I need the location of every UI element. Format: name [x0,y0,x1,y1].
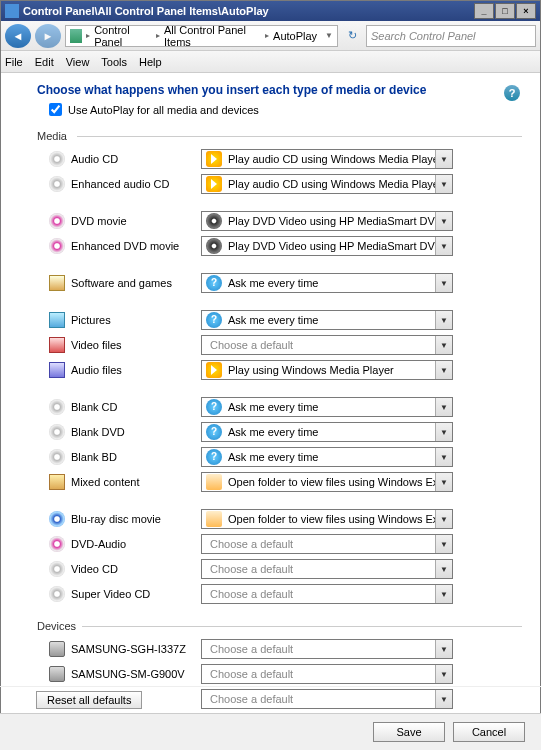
dropdown-value: Choose a default [208,588,435,600]
back-button[interactable]: ◄ [5,24,31,48]
setting-row: Mixed contentOpen folder to view files u… [37,471,522,493]
minimize-button[interactable]: _ [474,3,494,19]
action-dropdown[interactable]: ?Ask me every time▼ [201,310,453,330]
action-dropdown[interactable]: Play using Windows Media Player▼ [201,360,453,380]
dropdown-value-icon [206,238,222,254]
control-panel-icon [70,29,82,43]
app-icon [5,4,19,18]
chevron-down-icon[interactable]: ▼ [325,31,333,40]
media-type-icon [49,275,65,291]
dropdown-value: Ask me every time [226,426,435,438]
dropdown-value: Choose a default [208,668,435,680]
menu-help[interactable]: Help [139,56,162,68]
setting-row: Software and games?Ask me every time▼ [37,272,522,294]
action-dropdown[interactable]: Open folder to view files using Windows … [201,509,453,529]
setting-row: Super Video CDChoose a default▼ [37,583,522,605]
media-type-icon [49,399,65,415]
dropdown-value: Ask me every time [226,314,435,326]
checkbox-label: Use AutoPlay for all media and devices [68,104,259,116]
chevron-down-icon: ▼ [435,423,452,441]
forward-button[interactable]: ► [35,24,61,48]
action-dropdown[interactable]: Choose a default▼ [201,559,453,579]
setting-row: Video filesChoose a default▼ [37,334,522,356]
menu-edit[interactable]: Edit [35,56,54,68]
use-autoplay-checkbox[interactable] [49,103,62,116]
action-dropdown[interactable]: Open folder to view files using Windows … [201,472,453,492]
action-dropdown[interactable]: Choose a default▼ [201,664,453,684]
breadcrumb-item[interactable]: All Control Panel Items [164,24,261,48]
action-dropdown[interactable]: Play audio CD using Windows Media Player… [201,149,453,169]
close-button[interactable]: × [516,3,536,19]
chevron-down-icon: ▼ [435,274,452,292]
dropdown-value-icon [206,474,222,490]
media-type-icon [49,666,65,682]
row-label: Audio files [71,364,122,376]
breadcrumb-item[interactable]: Control Panel [94,24,152,48]
search-input[interactable]: Search Control Panel [366,25,536,47]
chevron-down-icon: ▼ [435,398,452,416]
dropdown-value-icon [206,151,222,167]
breadcrumb[interactable]: ▸ Control Panel ▸ All Control Panel Item… [65,25,338,47]
row-label: Blu-ray disc movie [71,513,161,525]
maximize-button[interactable]: □ [495,3,515,19]
media-type-icon [49,474,65,490]
setting-row: Enhanced DVD moviePlay DVD Video using H… [37,235,522,257]
breadcrumb-item[interactable]: AutoPlay [273,30,317,42]
chevron-down-icon: ▼ [435,510,452,528]
chevron-down-icon: ▼ [435,665,452,683]
setting-row: Audio filesPlay using Windows Media Play… [37,359,522,381]
setting-row: Audio CDPlay audio CD using Windows Medi… [37,148,522,170]
setting-row: Blu-ray disc movieOpen folder to view fi… [37,508,522,530]
dropdown-value: Play audio CD using Windows Media Player [226,178,435,190]
save-button[interactable]: Save [373,722,445,742]
chevron-down-icon: ▼ [435,585,452,603]
dropdown-value-icon: ? [206,449,222,465]
media-type-icon [49,424,65,440]
setting-row: SAMSUNG-SM-G900VChoose a default▼ [37,663,522,685]
dropdown-value: Open folder to view files using Windows … [226,476,435,488]
menu-tools[interactable]: Tools [101,56,127,68]
action-dropdown[interactable]: Play DVD Video using HP MediaSmart DVD▼ [201,236,453,256]
action-dropdown[interactable]: ?Ask me every time▼ [201,273,453,293]
dropdown-value-icon: ? [206,275,222,291]
media-type-icon [49,213,65,229]
section-media: Media [37,130,522,142]
row-label: Enhanced audio CD [71,178,169,190]
action-dropdown[interactable]: ?Ask me every time▼ [201,397,453,417]
content-area: ? Choose what happens when you insert ea… [1,73,540,713]
cancel-button[interactable]: Cancel [453,722,525,742]
setting-row: DVD moviePlay DVD Video using HP MediaSm… [37,210,522,232]
media-type-icon [49,176,65,192]
action-dropdown[interactable]: ?Ask me every time▼ [201,422,453,442]
media-type-icon [49,337,65,353]
action-dropdown[interactable]: Play audio CD using Windows Media Player… [201,174,453,194]
refresh-button[interactable]: ↻ [342,29,362,42]
action-dropdown[interactable]: Choose a default▼ [201,639,453,659]
setting-row: Blank CD?Ask me every time▼ [37,396,522,418]
dropdown-value-icon [206,213,222,229]
dropdown-value-icon: ? [206,312,222,328]
setting-row: Video CDChoose a default▼ [37,558,522,580]
dropdown-value-icon [206,176,222,192]
row-label: SAMSUNG-SM-G900V [71,668,185,680]
chevron-down-icon: ▼ [435,336,452,354]
titlebar: Control Panel\All Control Panel Items\Au… [1,1,540,21]
dropdown-value-icon: ? [206,399,222,415]
dropdown-value: Choose a default [208,339,435,351]
menu-view[interactable]: View [66,56,90,68]
reset-defaults-button[interactable]: Reset all defaults [36,691,142,709]
help-icon[interactable]: ? [504,85,520,101]
row-label: DVD-Audio [71,538,126,550]
action-dropdown[interactable]: Choose a default▼ [201,534,453,554]
action-dropdown[interactable]: Choose a default▼ [201,335,453,355]
dropdown-value: Choose a default [208,538,435,550]
menu-file[interactable]: File [5,56,23,68]
dropdown-value: Play using Windows Media Player [226,364,435,376]
row-label: Software and games [71,277,172,289]
action-dropdown[interactable]: ?Ask me every time▼ [201,447,453,467]
action-dropdown[interactable]: Choose a default▼ [201,584,453,604]
action-dropdown[interactable]: Play DVD Video using HP MediaSmart DVD▼ [201,211,453,231]
media-type-icon [49,449,65,465]
chevron-down-icon: ▼ [435,535,452,553]
chevron-down-icon: ▼ [435,150,452,168]
